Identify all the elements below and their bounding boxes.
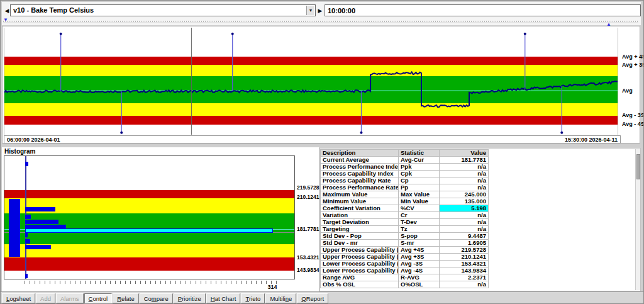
cell-statistic: %CV (399, 205, 440, 212)
zone-label-column: Avg + 4SAvg + 3SAvgAvg - 3SAvg - 4S (621, 28, 641, 135)
cell-statistic: Avg -3S (399, 261, 440, 267)
next-series-button[interactable]: ▶ (317, 6, 323, 15)
cell-description: Process Performance Index (321, 164, 399, 171)
cell-description: Process Performance Rate (321, 184, 399, 191)
statistics-panel: Description Statistic Value Current Aver… (319, 148, 641, 291)
cell-value: n/a (440, 164, 489, 171)
zone-band (4, 116, 618, 125)
cell-description: Obs % OSL (321, 281, 399, 288)
cell-value: 9.4487 (440, 233, 489, 240)
zone-label: Avg - 3S (622, 112, 644, 118)
previous-series-button[interactable]: ◀ (4, 6, 10, 15)
outlier-point (360, 132, 362, 134)
toolbar: ◀ v10 - Bake Temp Celsius ▼ ▶ (2, 2, 641, 18)
table-row[interactable]: Process Capability RateCpn/a (321, 177, 489, 184)
column-header-value[interactable]: Value (440, 150, 489, 157)
zone-band (4, 257, 294, 271)
table-row[interactable]: Upper Process Capability (+4S)Avg +4S219… (321, 247, 489, 254)
cell-value: n/a (440, 177, 489, 184)
timeline-scrubber: ▼ ▲ (2, 18, 641, 25)
histogram-axis-ticks (25, 281, 279, 284)
cell-statistic: Cpk (399, 171, 440, 177)
histogram-value-label: 219.5728 (297, 184, 319, 191)
table-row[interactable]: VariationCrn/a (321, 212, 489, 219)
table-row[interactable]: Process Performance RatePpn/a (321, 184, 489, 191)
tab-relate[interactable]: Relate (113, 293, 138, 303)
outlier-point (120, 132, 123, 134)
cell-value: 245.000 (440, 191, 489, 198)
stats-scrollbar-thumb[interactable] (636, 154, 640, 179)
cell-statistic: Ppk (399, 164, 440, 171)
histogram-bar (25, 228, 273, 233)
cell-value: 210.1241 (440, 254, 489, 261)
cell-description: Std Dev - mr (321, 240, 399, 247)
table-row[interactable]: Current AverageAvg-Cur181.7781 (321, 157, 489, 164)
cell-value: 219.5728 (440, 247, 489, 254)
scrubber-start-marker-icon[interactable]: ▼ (3, 18, 8, 23)
cell-statistic: Max Value (399, 191, 440, 198)
histogram-axis-max-label: 314 (257, 284, 288, 290)
out-of-range-block (9, 199, 20, 257)
cell-description: Lower Process Capability (-4S) (321, 267, 399, 274)
histogram-bar (25, 162, 28, 166)
prev-arrow-icon: ◀ (5, 8, 9, 14)
table-row[interactable]: Minimum ValueMin Value135.000 (321, 198, 489, 205)
table-row[interactable]: Coefficient Variation%CV5.198 (321, 205, 489, 212)
table-row[interactable]: Process Capability IndexCpkn/a (321, 171, 489, 177)
tab-hat-chart[interactable]: Hat Chart (206, 293, 241, 303)
scrubber-track[interactable] (3, 21, 638, 23)
cell-statistic: Cr (399, 212, 440, 219)
histogram-value-label: 143.9834 (297, 267, 319, 273)
tab-add: Add (36, 293, 55, 303)
cell-statistic: Min Value (399, 198, 440, 205)
tab-compare[interactable]: Compare (140, 293, 173, 303)
table-row[interactable]: Lower Process Capability (-3S)Avg -3S153… (321, 261, 489, 267)
table-row[interactable]: Range AVGR-AVG2.2371 (321, 274, 489, 281)
table-row[interactable]: Obs % OSLO%OSLn/a (321, 281, 489, 288)
cell-value: n/a (440, 171, 489, 177)
table-row[interactable]: Upper Process Capability (+3S)Avg +3S210… (321, 254, 489, 261)
tab-qreport[interactable]: QReport (297, 293, 328, 303)
zone-label: Avg + 4S (622, 53, 644, 60)
histogram-bar (25, 220, 58, 224)
histogram-bar (25, 274, 28, 278)
tab-control[interactable]: Control (84, 293, 113, 303)
table-row[interactable]: Target DeviationT-Devn/a (321, 219, 489, 226)
cell-statistic: T-Dev (399, 219, 440, 226)
stats-scrollbar[interactable] (635, 149, 640, 290)
table-row[interactable]: Maximum ValueMax Value245.000 (321, 191, 489, 198)
table-row[interactable]: Lower Process Capability (-4S)Avg -4S143… (321, 267, 489, 274)
column-header-description[interactable]: Description (321, 150, 399, 157)
control-chart-plot[interactable] (4, 28, 618, 135)
outlier-point (60, 33, 62, 35)
table-row[interactable]: Std Dev - mrS-mr1.6905 (321, 240, 489, 247)
tab-logsheet[interactable]: Logsheet (2, 293, 35, 303)
zone-band (4, 65, 618, 76)
x-axis-end-label: 15:30:00 2026-04-11 (565, 137, 618, 143)
cell-statistic: Avg +3S (399, 254, 440, 261)
cell-description: Targeting (321, 226, 399, 233)
table-row[interactable]: TargetingTzn/a (321, 226, 489, 233)
table-row[interactable]: Std Dev - PopS-pop9.4487 (321, 233, 489, 240)
tab-multiline[interactable]: Multiline (265, 293, 296, 303)
next-arrow-icon: ▶ (318, 8, 323, 14)
cell-value: 5.198 (440, 205, 489, 212)
time-input[interactable] (325, 4, 641, 16)
control-chart-panel: Avg + 4SAvg + 3SAvgAvg - 3SAvg - 4S 06:0… (2, 26, 640, 144)
column-header-statistic[interactable]: Statistic (399, 150, 440, 157)
cell-value: n/a (440, 212, 489, 219)
zone-label: Avg (622, 87, 633, 94)
cell-description: Range AVG (321, 274, 399, 281)
histogram-plot[interactable] (4, 155, 295, 279)
histogram-value-labels: 219.5728210.1241181.7781153.4321143.9834 (297, 155, 319, 279)
histogram-panel: Histogram 314 219.5728210.1241181.778115… (2, 147, 319, 291)
cell-description: Std Dev - Pop (321, 233, 399, 240)
series-selector[interactable]: v10 - Bake Temp Celsius ▼ (10, 4, 316, 16)
histogram-bar (25, 245, 51, 249)
tab-trieto[interactable]: Trieto (241, 293, 265, 303)
chevron-down-icon[interactable]: ▼ (306, 6, 314, 15)
statistics-table: Description Statistic Value Current Aver… (320, 149, 489, 288)
tab-alarms: Alarms (56, 293, 84, 303)
table-row[interactable]: Process Performance IndexPpkn/a (321, 164, 489, 171)
tab-prioritize[interactable]: Prioritize (174, 293, 206, 303)
